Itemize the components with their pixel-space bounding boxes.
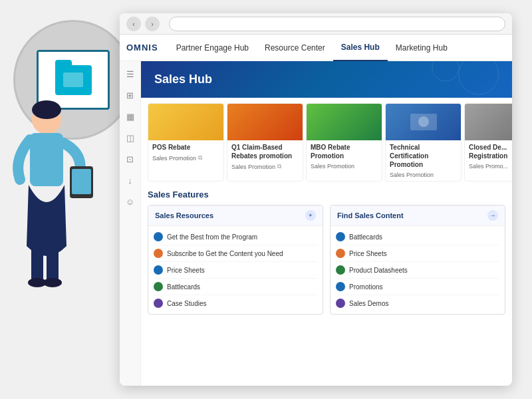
svg-point-8	[43, 278, 62, 287]
sidebar-icon-table[interactable]: ▦	[124, 110, 136, 122]
list-item[interactable]: Case Studies	[154, 295, 317, 311]
sidebar-icons: ☰ ⊞ ▦ ◫ ⊡ ↓ ☺	[120, 61, 141, 386]
promo-card-1[interactable]: Q1 Claim-Based Rebates promotion Sales P…	[227, 103, 303, 182]
find-sales-content-list: Battlecards Price Sheets Product Datashe…	[331, 226, 505, 314]
app-logo: OMNIS	[126, 43, 158, 53]
promo-tag-text-3: Sales Promotion	[390, 172, 434, 178]
promo-tag-text-4: Sales Promo...	[469, 163, 508, 170]
sales-resources-card: Sales Resources + Get the Best from the …	[148, 205, 323, 315]
find-sales-content-header: Find Sales Content →	[331, 205, 505, 226]
hero-title: Sales Hub	[154, 72, 212, 86]
promo-img-0	[148, 104, 223, 140]
content-area: Sales Hub POS Rebate Sales Promotion ⧉	[141, 61, 512, 386]
browser-titlebar: ‹ ›	[120, 13, 512, 35]
list-item[interactable]: Price Sheets	[336, 245, 499, 262]
person-illustration	[10, 100, 103, 293]
promo-card-2[interactable]: MBO Rebate Promotion Sales Promotion	[306, 103, 382, 182]
promo-tag-text-2: Sales Promotion	[311, 163, 354, 170]
find-sales-content-card: Find Sales Content → Battlecards Price S…	[330, 205, 505, 315]
promo-tag-text-1: Sales Promotion	[231, 164, 275, 170]
promo-card-3[interactable]: Technical Certification Promotion Sales …	[385, 103, 462, 182]
list-item-label-2: Price Sheets	[167, 267, 205, 274]
nav-tab-sales-hub[interactable]: Sales Hub	[333, 35, 388, 61]
promo-body-1: Q1 Claim-Based Rebates promotion Sales P…	[227, 140, 303, 173]
list-item[interactable]: Price Sheets	[154, 262, 317, 279]
nav-tab-marketing-hub[interactable]: Marketing Hub	[388, 35, 456, 61]
list-item[interactable]: Sales Demos	[336, 295, 499, 311]
promo-body-0: POS Rebate Sales Promotion ⧉	[148, 140, 223, 164]
list-item[interactable]: Battlecards	[336, 229, 499, 245]
sidebar-icon-box[interactable]: ⊡	[124, 153, 136, 165]
promo-tag-3: Sales Promotion	[390, 172, 457, 178]
promo-tag-text-0: Sales Promotion	[152, 155, 196, 162]
list-item[interactable]: Subscribe to Get the Content you Need	[154, 245, 317, 262]
list-bullet-3	[154, 282, 163, 291]
sales-resources-title: Sales Resources	[155, 211, 213, 219]
svg-rect-6	[47, 246, 59, 283]
find-sales-content-expand-icon[interactable]: →	[487, 210, 498, 221]
promo-tag-icon-0: ⧉	[198, 154, 202, 162]
fsc-bullet-2	[336, 265, 345, 275]
find-sales-content-title: Find Sales Content	[337, 211, 404, 219]
sidebar-icon-user[interactable]: ☺	[124, 196, 136, 207]
promo-card-0[interactable]: POS Rebate Sales Promotion ⧉	[148, 103, 224, 182]
browser-window: ‹ › OMNIS Partner Engage Hub Resource Ce…	[120, 13, 512, 386]
folder-inner	[63, 72, 83, 87]
promo-body-2: MBO Rebate Promotion Sales Promotion	[307, 140, 382, 172]
fsc-item-label-0: Battlecards	[349, 233, 382, 241]
list-item[interactable]: Product Datasheets	[336, 262, 499, 279]
list-item-label-1: Subscribe to Get the Content you Need	[167, 250, 283, 257]
nav-tab-resource-center[interactable]: Resource Center	[257, 35, 333, 61]
svg-point-10	[418, 116, 429, 127]
sidebar-icon-download[interactable]: ↓	[124, 174, 136, 186]
promo-tag-0: Sales Promotion ⧉	[152, 154, 219, 162]
list-item-label-3: Battlecards	[167, 283, 200, 291]
promo-tag-1: Sales Promotion ⧉	[231, 163, 299, 170]
sidebar-icon-layout[interactable]: ◫	[124, 132, 136, 144]
promo-img-3	[386, 104, 461, 140]
list-bullet-0	[154, 232, 163, 241]
fsc-bullet-0	[336, 232, 345, 241]
sidebar-icon-menu[interactable]: ☰	[124, 68, 136, 80]
promotions-row: POS Rebate Sales Promotion ⧉ Q1 Claim-Ba…	[141, 98, 512, 186]
app-navbar: OMNIS Partner Engage Hub Resource Center…	[120, 35, 512, 61]
fsc-bullet-4	[336, 299, 345, 308]
sales-resources-header: Sales Resources +	[148, 205, 323, 226]
promo-title-0: POS Rebate	[152, 143, 219, 152]
promo-title-2: MBO Rebate Promotion	[311, 143, 378, 160]
fsc-item-label-1: Price Sheets	[349, 250, 387, 257]
promo-card-4[interactable]: Closed De... Registration Sales Promo...	[464, 103, 512, 182]
promo-img-1	[227, 104, 303, 140]
list-item-label-4: Case Studies	[167, 300, 206, 307]
browser-back-button[interactable]: ‹	[126, 17, 141, 31]
svg-rect-4	[72, 169, 91, 194]
svg-rect-5	[31, 246, 43, 283]
browser-forward-button[interactable]: ›	[145, 17, 160, 31]
sales-features-title: Sales Features	[148, 190, 505, 200]
promo-tag-4: Sales Promo...	[469, 163, 512, 170]
promo-title-4: Closed De... Registration	[469, 143, 512, 160]
fsc-item-label-2: Product Datasheets	[349, 267, 408, 274]
list-item[interactable]: Promotions	[336, 279, 499, 295]
browser-address-bar[interactable]	[169, 17, 505, 31]
list-bullet-2	[154, 265, 163, 275]
list-item[interactable]: Get the Best from the Program	[154, 229, 317, 245]
list-bullet-1	[154, 249, 163, 258]
fsc-item-label-3: Promotions	[349, 283, 383, 291]
promo-tag-2: Sales Promotion	[311, 163, 378, 170]
list-item[interactable]: Battlecards	[154, 279, 317, 295]
list-item-label-0: Get the Best from the Program	[167, 233, 257, 241]
features-grid: Sales Resources + Get the Best from the …	[148, 205, 505, 315]
promo-img-2	[307, 104, 382, 140]
promo-img-4	[465, 104, 512, 140]
hero-banner: Sales Hub	[141, 61, 512, 98]
promo-title-3: Technical Certification Promotion	[390, 143, 457, 169]
nav-tab-partner-engage[interactable]: Partner Engage Hub	[168, 35, 257, 61]
sales-resources-expand-icon[interactable]: +	[305, 210, 316, 221]
promo-body-4: Closed De... Registration Sales Promo...	[465, 140, 512, 172]
svg-point-1	[32, 100, 61, 119]
sales-resources-list: Get the Best from the Program Subscribe …	[148, 226, 323, 314]
fsc-item-label-4: Sales Demos	[349, 300, 388, 307]
sidebar-icon-grid[interactable]: ⊞	[124, 89, 136, 101]
main-layout: ☰ ⊞ ▦ ◫ ⊡ ↓ ☺ Sales Hub POS Rebate	[120, 61, 512, 386]
